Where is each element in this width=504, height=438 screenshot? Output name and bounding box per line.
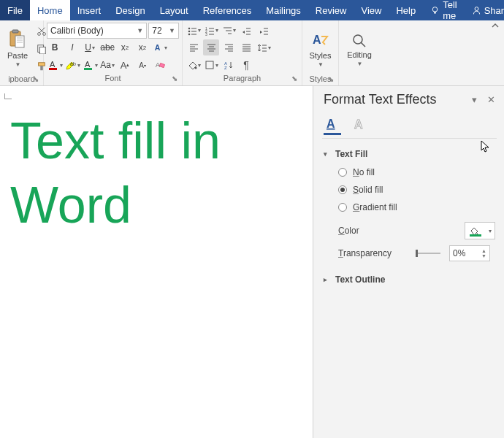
color-swatch [470,234,481,237]
text-fill-icon: A [83,59,94,71]
svg-text:A: A [50,60,56,69]
find-icon [351,33,367,49]
slider-thumb[interactable] [416,250,418,257]
sort-icon: AZ [224,60,234,70]
outdent-icon [241,26,251,36]
dialog-launcher-icon[interactable]: ⬊ [328,75,334,83]
group-clipboard-label: ipboard⬊ [3,74,40,85]
chevron-down-icon: ▼ [15,61,21,68]
underline-button[interactable]: U▾ [82,39,98,55]
font-name-value: Calibri (Body) [50,26,104,36]
dialog-launcher-icon[interactable]: ⬊ [33,75,39,83]
text-fill-header-label: Text Fill [335,149,367,159]
radio-icon [338,168,347,177]
align-right-button[interactable] [221,39,237,55]
svg-rect-22 [84,68,92,70]
color-row: Color ▾ [338,222,495,239]
tab-home[interactable]: Home [30,0,70,20]
clear-formatting-button[interactable]: A [152,57,168,73]
align-left-icon [188,42,199,53]
radio-solid-fill[interactable]: Solid fill [338,185,495,195]
styles-button[interactable]: A Styles ▼ [305,22,336,74]
chevron-down-icon: ▾ [489,228,492,234]
bold-button[interactable]: B [47,39,63,55]
italic-button[interactable]: I [64,39,80,55]
dialog-launcher-icon[interactable]: ⬊ [172,74,177,82]
tab-design[interactable]: Design [108,0,152,20]
subscript-button[interactable]: x2 [117,39,133,55]
text-fill-section-header[interactable]: ▾ Text Fill [324,149,495,159]
chevron-down-icon: ▼ [169,27,175,34]
tab-layout[interactable]: Layout [153,0,196,20]
radio-no-fill[interactable]: No fill [338,167,495,177]
pane-tab-text-effects[interactable]: A [351,115,369,135]
shading-button[interactable]: ▾ [186,57,202,73]
text-outline-section-header[interactable]: ▸ Text Outline [324,274,495,285]
transparency-spinner[interactable]: 0% ▲▼ [449,245,490,261]
editing-label: Editing [347,50,372,59]
radio-gradient-fill[interactable]: Gradient fill [338,202,495,212]
radio-icon [338,203,347,212]
strikethrough-button[interactable]: abc [99,39,115,55]
spin-up-icon[interactable]: ▲ [481,248,486,253]
transparency-row: Transparency 0% ▲▼ [338,245,495,261]
expand-triangle-icon: ▸ [324,276,331,283]
show-marks-button[interactable]: ¶ [238,57,254,73]
font-color-button[interactable]: A▾ [47,57,63,73]
divider [322,138,497,139]
multilevel-button[interactable]: ▾ [221,23,237,39]
align-left-button[interactable] [186,39,202,55]
line-spacing-button[interactable]: ▾ [256,39,272,55]
tab-review[interactable]: Review [308,0,354,20]
spin-down-icon[interactable]: ▼ [481,253,486,258]
tab-mailings[interactable]: Mailings [259,0,308,20]
svg-point-29 [188,34,190,36]
svg-text:ab: ab [70,61,76,66]
group-font-label: Font⬊ [47,74,179,85]
collapse-triangle-icon: ▾ [324,150,331,158]
change-case-button[interactable]: Aa▾ [99,57,115,73]
color-picker-button[interactable]: ▾ [465,222,495,239]
collapse-ribbon-icon[interactable] [491,22,500,31]
dialog-launcher-icon[interactable]: ⬊ [291,74,297,82]
tab-view[interactable]: View [354,0,389,20]
justify-button[interactable] [238,39,254,55]
paste-button[interactable]: Paste ▼ [3,22,32,74]
svg-rect-24 [159,64,164,68]
tab-references[interactable]: References [196,0,259,20]
group-paragraph: ▾ 123▾ ▾ ▾ ▾ ▾ AZ ¶ Paragraph⬊ [183,20,302,85]
tab-file[interactable]: File [0,0,30,20]
tab-tellme[interactable]: Tell me [423,0,465,20]
highlight-button[interactable]: ab▾ [64,57,80,73]
shrink-font-button[interactable]: A▾ [134,57,150,73]
radio-icon [338,185,347,194]
numbering-button[interactable]: 123▾ [203,23,219,39]
decrease-indent-button[interactable] [238,23,254,39]
editing-button[interactable]: Editing ▼ [343,22,376,74]
text-outline-header-label: Text Outline [335,274,385,285]
font-name-combo[interactable]: Calibri (Body)▼ [47,23,147,39]
svg-point-0 [432,7,438,12]
transparency-slider[interactable] [416,253,440,254]
text-effects-button[interactable]: A▾ [152,39,168,55]
text-fill-color-button[interactable]: A▾ [82,57,98,73]
superscript-button[interactable]: x2 [134,39,150,55]
align-center-button[interactable] [203,39,219,55]
pane-close-button[interactable]: ✕ [487,94,495,105]
pane-tab-text-fill-outline[interactable]: A [324,115,341,135]
tab-help[interactable]: Help [389,0,423,20]
pane-options-button[interactable]: ▾ [472,94,477,105]
sort-button[interactable]: AZ [221,57,237,73]
svg-rect-5 [15,36,24,47]
document-canvas[interactable]: Text fill in Word [0,86,313,438]
grow-font-button[interactable]: A▴ [117,57,133,73]
font-color-icon: A [47,59,59,71]
tab-share[interactable]: Share [465,0,504,20]
indent-icon [259,26,269,36]
document-text[interactable]: Text fill in Word [0,86,313,237]
bullets-button[interactable]: ▾ [186,23,202,39]
increase-indent-button[interactable] [256,23,272,39]
borders-button[interactable]: ▾ [203,57,219,73]
tab-insert[interactable]: Insert [70,0,109,20]
font-size-combo[interactable]: 72▼ [148,23,179,39]
